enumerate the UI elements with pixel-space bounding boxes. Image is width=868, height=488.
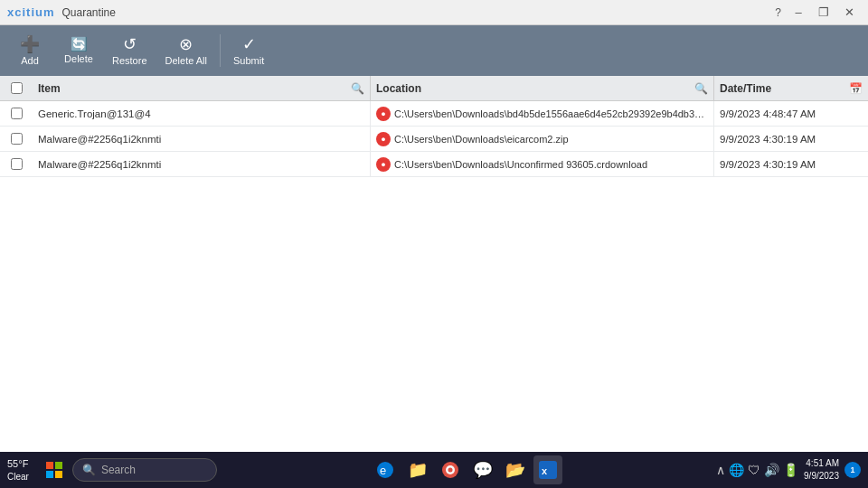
restore-label: Restore	[112, 55, 147, 66]
location-text: C:\Users\ben\Downloads\Unconfirmed 93605…	[394, 159, 647, 170]
maximize-button[interactable]: ❐	[812, 4, 835, 22]
add-label: Add	[21, 55, 39, 66]
delete-all-icon: ⊗	[179, 36, 193, 52]
toolbar-divider	[220, 34, 221, 67]
header-location-col: Location 🔍	[371, 76, 714, 100]
svg-rect-2	[46, 471, 53, 478]
header-item-label: Item	[38, 82, 61, 95]
delete-label: Delete	[64, 53, 93, 64]
taskbar-app-files[interactable]: 📁	[403, 455, 432, 484]
delete-icon: 🔄	[71, 37, 88, 51]
quarantine-window: xcitium Quarantine ? – ❐ ✕ ➕ Add 🔄 Delet…	[0, 0, 868, 452]
select-all-checkbox[interactable]	[11, 82, 23, 94]
weather-widget[interactable]: 55°F Clear	[7, 457, 29, 482]
row-item-col: Malware@#2256q1i2knmti	[33, 127, 371, 151]
window-close-button[interactable]: ✕	[837, 4, 861, 22]
system-clock[interactable]: 4:51 AM 9/9/2023	[804, 457, 839, 483]
location-text: C:\Users\ben\Downloads\eicarcom2.zip	[394, 134, 569, 145]
row-checkbox-col	[0, 133, 33, 145]
row-checkbox-col	[0, 158, 33, 170]
toolbar: ➕ Add 🔄 Delete ↺ Restore ⊗ Delete All ✓ …	[0, 25, 868, 76]
row-datetime-col: 9/9/2023 4:30:19 AM	[714, 152, 868, 176]
taskbar-app-explorer[interactable]: 📂	[501, 455, 530, 484]
add-icon: ➕	[20, 36, 40, 52]
tray-volume-icon[interactable]: 🔊	[764, 463, 779, 477]
minimize-button[interactable]: –	[787, 4, 810, 22]
row-datetime-col: 9/9/2023 4:30:19 AM	[714, 127, 868, 151]
taskbar-apps: e 📁 💬 📂 x	[217, 455, 716, 484]
title-bar: xcitium Quarantine ? – ❐ ✕	[0, 0, 868, 25]
datetime-calendar-icon[interactable]: 📅	[849, 82, 863, 95]
app-logo-area: xcitium Quarantine	[7, 5, 775, 19]
window-title: Quarantine	[62, 6, 116, 19]
taskbar-search[interactable]: 🔍 Search	[72, 458, 217, 482]
svg-point-8	[448, 468, 452, 473]
tray-network-icon[interactable]: 🌐	[729, 463, 744, 477]
row-checkbox[interactable]	[11, 133, 23, 145]
svg-text:x: x	[542, 465, 548, 476]
restore-button[interactable]: ↺ Restore	[105, 30, 155, 71]
app-logo: xcitium	[7, 5, 55, 19]
item-name: Generic.Trojan@131@4	[38, 108, 151, 119]
table-header: Item 🔍 Location 🔍 Date/Time 📅	[0, 76, 868, 101]
header-checkbox-col	[0, 82, 33, 94]
system-tray: ∧ 🌐 🛡 🔊 🔋	[716, 463, 798, 477]
restore-icon: ↺	[123, 36, 137, 52]
tray-security-icon[interactable]: 🛡	[748, 463, 760, 477]
svg-rect-3	[55, 471, 62, 478]
row-item-col: Generic.Trojan@131@4	[33, 101, 371, 126]
table-row: Generic.Trojan@131@4 ● C:\Users\ben\Down…	[0, 101, 868, 127]
submit-label: Submit	[233, 55, 264, 66]
row-checkbox[interactable]	[11, 108, 23, 119]
svg-rect-0	[46, 462, 53, 469]
taskbar-app-browser[interactable]	[436, 455, 465, 484]
tray-battery-icon[interactable]: 🔋	[783, 463, 798, 477]
header-item-col: Item 🔍	[33, 76, 371, 100]
datetime-value: 9/9/2023 4:48:47 AM	[720, 108, 816, 119]
tray-chevron-icon[interactable]: ∧	[716, 463, 725, 477]
search-label: Search	[101, 464, 136, 476]
delete-all-label: Delete All	[165, 55, 207, 66]
datetime-value: 9/9/2023 4:30:19 AM	[720, 159, 816, 170]
taskbar-right: ∧ 🌐 🛡 🔊 🔋 4:51 AM 9/9/2023 1	[716, 457, 861, 483]
header-datetime-label: Date/Time	[720, 82, 771, 95]
header-datetime-col: Date/Time 📅	[714, 76, 868, 100]
location-search-icon[interactable]: 🔍	[694, 82, 708, 95]
submit-icon: ✓	[242, 36, 256, 52]
svg-rect-1	[55, 462, 62, 469]
taskbar-app-chat[interactable]: 💬	[468, 455, 497, 484]
header-location-label: Location	[376, 82, 421, 95]
taskbar-app-xcitium[interactable]: x	[533, 455, 562, 484]
notification-badge[interactable]: 1	[844, 462, 861, 478]
datetime-value: 9/9/2023 4:30:19 AM	[720, 134, 816, 145]
help-button[interactable]: ?	[775, 6, 781, 19]
submit-button[interactable]: ✓ Submit	[226, 30, 271, 71]
start-button[interactable]	[40, 455, 69, 484]
malware-icon: ●	[376, 132, 391, 146]
table-row: Malware@#2256q1i2knmti ● C:\Users\ben\Do…	[0, 152, 868, 177]
item-name: Malware@#2256q1i2knmti	[38, 159, 161, 170]
item-search-icon[interactable]: 🔍	[351, 82, 364, 95]
search-icon: 🔍	[82, 464, 96, 476]
table-body: Generic.Trojan@131@4 ● C:\Users\ben\Down…	[0, 101, 868, 455]
malware-icon: ●	[376, 107, 391, 121]
clock-time: 4:51 AM	[804, 457, 839, 470]
taskbar-app-edge[interactable]: e	[371, 455, 400, 484]
location-text: C:\Users\ben\Downloads\bd4b5de1556aae6d4…	[394, 108, 708, 119]
table-row: Malware@#2256q1i2knmti ● C:\Users\ben\Do…	[0, 127, 868, 152]
delete-all-button[interactable]: ⊗ Delete All	[158, 30, 214, 71]
svg-text:e: e	[380, 464, 386, 477]
main-content: Item 🔍 Location 🔍 Date/Time 📅 Generic.Tr…	[0, 76, 868, 455]
row-item-col: Malware@#2256q1i2knmti	[33, 152, 371, 176]
window-controls: – ❐ ✕	[787, 4, 861, 22]
row-location-col: ● C:\Users\ben\Downloads\Unconfirmed 936…	[371, 152, 714, 176]
row-location-col: ● C:\Users\ben\Downloads\bd4b5de1556aae6…	[371, 101, 714, 126]
row-datetime-col: 9/9/2023 4:48:47 AM	[714, 101, 868, 126]
taskbar: 55°F Clear 🔍 Search e 📁 💬 📂 x	[0, 452, 868, 488]
taskbar-left: 55°F Clear 🔍 Search	[7, 455, 217, 484]
row-checkbox[interactable]	[11, 158, 23, 170]
weather-temperature: 55°F	[7, 457, 29, 470]
add-button[interactable]: ➕ Add	[7, 30, 52, 71]
malware-icon: ●	[376, 157, 391, 172]
delete-button[interactable]: 🔄 Delete	[56, 30, 101, 71]
